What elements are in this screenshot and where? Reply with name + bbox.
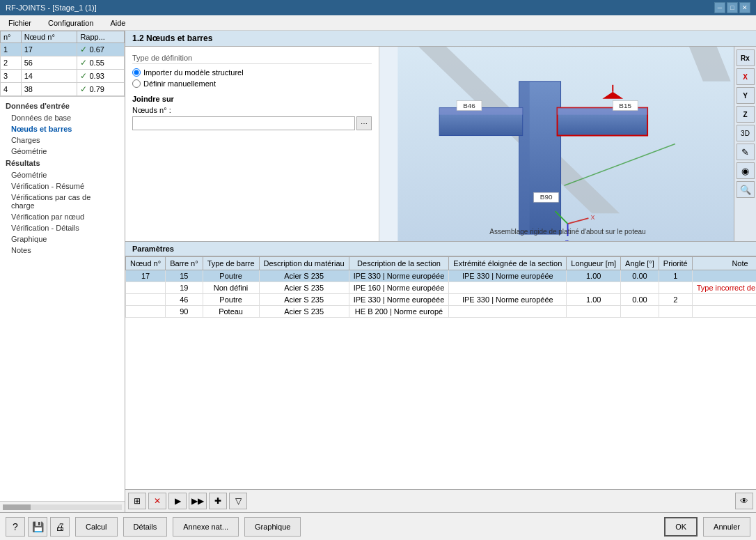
- svg-text:B15: B15: [619, 102, 631, 109]
- col-header: Note: [692, 257, 756, 270]
- toolbar-next-btn[interactable]: ▶: [168, 493, 187, 509]
- 3d-scene: B46 B15 B90: [379, 47, 756, 241]
- table-cell: Poutre: [203, 294, 259, 306]
- table-cell: [126, 306, 166, 318]
- node-table: n° Nœud n° Rapp... 1 17 ✓ 0.67 2 56 ✓ 0.…: [0, 31, 125, 96]
- window-controls[interactable]: ─ □ ✕: [714, 2, 750, 13]
- nav-item[interactable]: Vérification par nœud: [0, 211, 125, 222]
- table-cell: 1: [659, 270, 692, 282]
- ok-button[interactable]: OK: [664, 517, 698, 537]
- cell-ratio: ✓ 0.55: [77, 56, 125, 70]
- nav-item[interactable]: Graphique: [0, 233, 125, 245]
- table-row[interactable]: 3 14 ✓ 0.93: [1, 70, 125, 83]
- details-button[interactable]: Détails: [123, 517, 168, 537]
- toolbar-add-btn[interactable]: ⊞: [128, 493, 146, 509]
- view-btn-x[interactable]: X: [737, 68, 755, 85]
- nav-item[interactable]: Nœuds et barres: [0, 123, 125, 134]
- view-btn-3d[interactable]: 3D: [737, 125, 755, 141]
- table-row[interactable]: 4 38 ✓ 0.79: [1, 83, 125, 96]
- nav-item[interactable]: Notes: [0, 245, 125, 256]
- nav-item[interactable]: Géométrie: [0, 169, 125, 180]
- col-header: Nœud n°: [126, 257, 166, 270]
- table-cell: 1.00: [567, 294, 621, 306]
- view-btn-edit[interactable]: ✎: [737, 144, 755, 160]
- graphique-button[interactable]: Graphique: [244, 517, 301, 537]
- table-cell: 19: [166, 282, 203, 294]
- menu-configuration[interactable]: Configuration: [42, 17, 99, 29]
- table-cell: HE B 200 | Norme europé: [349, 306, 449, 318]
- col-header: Priorité: [659, 257, 692, 270]
- radio-import[interactable]: Importer du modèle structurel: [132, 68, 372, 77]
- toolbar-eye-btn[interactable]: 👁: [735, 493, 753, 509]
- node-select-button[interactable]: ⋯: [356, 116, 372, 130]
- nav-item[interactable]: Données de base: [0, 112, 125, 123]
- toolbar-delete-btn[interactable]: ✕: [148, 493, 166, 509]
- calcul-button[interactable]: Calcul: [75, 517, 118, 537]
- view-btn-y[interactable]: Y: [737, 87, 755, 104]
- table-cell: 1.00: [567, 270, 621, 282]
- bottom-icon-1[interactable]: ?: [6, 517, 25, 537]
- col-ratio: Rapp...: [77, 31, 125, 43]
- params-toolbar: ⊞ ✕ ▶ ▶▶ ✚ ▽ 👁: [125, 489, 756, 512]
- bottom-icon-2[interactable]: 💾: [28, 517, 47, 537]
- nav-item[interactable]: Géométrie: [0, 146, 125, 157]
- table-row[interactable]: 46PoutreAcier S 235IPE 330 | Norme europ…: [126, 294, 757, 306]
- col-header: Extrémité éloignée de la section: [449, 257, 567, 270]
- node-input[interactable]: 17: [132, 116, 355, 130]
- table-cell: 0.00: [621, 270, 659, 282]
- table-cell: IPE 330 | Norme européée: [349, 294, 449, 306]
- join-section: Joindre sur Nœuds n° : 17 ⋯: [132, 95, 372, 130]
- annexe-button[interactable]: Annexe nat...: [173, 517, 239, 537]
- cell-n: 1: [1, 43, 22, 56]
- params-table-container[interactable]: Nœud n°Barre n°Type de barreDescription …: [125, 256, 756, 489]
- bottom-icon-buttons: ? 💾 🖨: [6, 517, 70, 537]
- table-row[interactable]: 1715PoutreAcier S 235IPE 330 | Norme eur…: [126, 270, 757, 282]
- minimize-button[interactable]: ─: [714, 2, 725, 13]
- nav-item[interactable]: Charges: [0, 134, 125, 146]
- view-btn-rx[interactable]: Rx: [737, 49, 755, 66]
- view-btn-zoom[interactable]: 🔍: [737, 181, 755, 198]
- annuler-button[interactable]: Annuler: [703, 517, 750, 537]
- nav-item[interactable]: Vérification - Détails: [0, 222, 125, 233]
- radio-import-input[interactable]: [132, 68, 141, 77]
- top-area: Type de définition Importer du modèle st…: [125, 47, 756, 242]
- title-bar: RF-JOINTS - [Stage_1 (1)] ─ □ ✕: [0, 0, 756, 15]
- node-input-row: 17 ⋯: [132, 116, 372, 130]
- check-icon: ✓: [80, 71, 87, 81]
- maximize-button[interactable]: □: [727, 2, 738, 13]
- nav-item[interactable]: Vérifications par cas de charge: [0, 192, 125, 211]
- menu-aide[interactable]: Aide: [104, 17, 131, 29]
- menu-bar: Fichier Configuration Aide: [0, 15, 756, 31]
- table-row[interactable]: 90PoteauAcier S 235HE B 200 | Norme euro…: [126, 306, 757, 318]
- col-n: n°: [1, 31, 22, 43]
- check-icon: ✓: [80, 58, 87, 68]
- params-table: Nœud n°Barre n°Type de barreDescription …: [125, 256, 756, 318]
- table-cell: IPE 330 | Norme européée: [449, 294, 567, 306]
- left-scrollbar[interactable]: [0, 501, 125, 512]
- nav-section: Résultats: [0, 157, 125, 169]
- nav-item[interactable]: Vérification - Résumé: [0, 180, 125, 192]
- toolbar-filter-btn[interactable]: ▽: [229, 493, 247, 509]
- close-button[interactable]: ✕: [739, 2, 750, 13]
- table-cell: Acier S 235: [259, 282, 349, 294]
- menu-fichier[interactable]: Fichier: [3, 17, 37, 29]
- join-label: Joindre sur: [132, 95, 372, 103]
- table-cell: Poteau: [203, 306, 259, 318]
- bottom-icon-3[interactable]: 🖨: [50, 517, 70, 537]
- cell-n: 4: [1, 83, 22, 96]
- table-cell: [692, 306, 756, 318]
- radio-manual-label: Définir manuellement: [143, 79, 216, 88]
- cell-n: 3: [1, 70, 22, 83]
- view-btn-z[interactable]: Z: [737, 106, 755, 123]
- table-row[interactable]: 1 17 ✓ 0.67: [1, 43, 125, 56]
- table-row[interactable]: 2 56 ✓ 0.55: [1, 56, 125, 70]
- radio-import-label: Importer du modèle structurel: [143, 68, 244, 77]
- view-btn-render[interactable]: ◉: [737, 162, 755, 179]
- radio-manual[interactable]: Définir manuellement: [132, 79, 372, 88]
- toolbar-insert-btn[interactable]: ✚: [209, 493, 227, 509]
- table-cell: [659, 282, 692, 294]
- col-header: Description de la section: [349, 257, 449, 270]
- radio-manual-input[interactable]: [132, 79, 141, 88]
- toolbar-next2-btn[interactable]: ▶▶: [189, 493, 207, 509]
- table-row[interactable]: 19Non définiAcier S 235IPE 160 | Norme e…: [126, 282, 757, 294]
